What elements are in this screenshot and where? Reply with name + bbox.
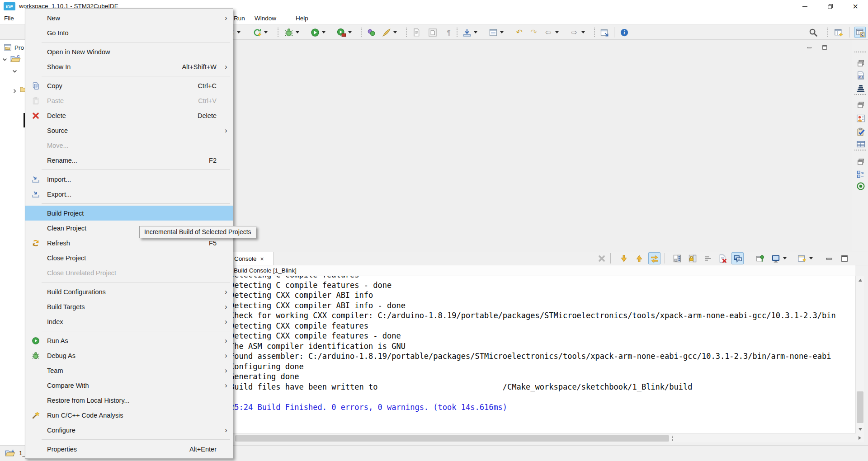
tasks-icon[interactable]	[855, 127, 866, 137]
binary-file-icon[interactable]: 010	[855, 70, 866, 81]
spheres-icon[interactable]	[365, 27, 377, 38]
editor-list-icon[interactable]	[487, 27, 499, 38]
restore-window-button[interactable]	[817, 0, 843, 13]
menu-file[interactable]: File	[4, 15, 14, 22]
project-explorer-tab-label[interactable]: Pro	[14, 44, 24, 51]
vertical-scrollbar[interactable]	[855, 276, 864, 433]
build-analyzer-icon[interactable]	[855, 83, 866, 94]
maximize-view-icon[interactable]	[820, 43, 829, 52]
chevron-down-icon[interactable]	[2, 56, 8, 62]
dropdown-caret-icon[interactable]	[555, 31, 559, 33]
menu-item-team[interactable]: Team›	[25, 363, 233, 378]
remove-launch-icon[interactable]	[716, 252, 728, 264]
project-folder-icon[interactable]: C	[10, 54, 21, 63]
menu-help[interactable]: Help	[296, 15, 308, 22]
down-arrow-bar-icon[interactable]	[461, 27, 472, 38]
show-error-in-editor-icon[interactable]	[648, 252, 660, 264]
menu-item-export[interactable]: Export...	[25, 187, 233, 202]
menu-item-close-unrelated-project[interactable]: Close Unrelated Project	[25, 265, 233, 280]
menu-item-index[interactable]: Index›	[25, 314, 233, 329]
menu-item-properties[interactable]: PropertiesAlt+Enter	[25, 442, 233, 456]
open-console-icon[interactable]	[796, 252, 808, 264]
search-icon[interactable]	[807, 27, 819, 38]
dropdown-caret-icon[interactable]	[393, 31, 397, 33]
chevron-down-icon[interactable]	[12, 68, 18, 74]
menu-item-rename[interactable]: Rename...F2	[25, 153, 233, 168]
menu-item-go-into[interactable]: Go Into	[25, 25, 233, 40]
dropdown-caret-icon[interactable]	[322, 31, 326, 33]
scroll-down-icon[interactable]	[856, 425, 864, 433]
document-frame-icon[interactable]	[427, 27, 438, 38]
scroll-lock-icon[interactable]	[686, 252, 698, 264]
menu-item-close-project[interactable]: Close Project	[25, 250, 233, 265]
menu-item-new[interactable]: New›	[25, 10, 233, 25]
menu-item-import[interactable]: Import...	[25, 172, 233, 187]
splitter-grip[interactable]	[672, 436, 673, 441]
close-icon[interactable]: ×	[260, 255, 264, 263]
dropdown-caret-icon[interactable]	[264, 31, 268, 33]
restore-views-icon[interactable]	[855, 99, 866, 110]
properties-view-icon[interactable]	[855, 139, 866, 150]
feather-icon[interactable]	[381, 27, 392, 38]
external-tools-icon[interactable]	[335, 27, 347, 38]
vertical-scrollbar-thumb[interactable]	[857, 391, 863, 423]
cpp-perspective-icon[interactable]: C	[854, 27, 866, 38]
stack-analyzer-icon[interactable]	[855, 113, 866, 124]
minimize-icon[interactable]	[823, 252, 835, 264]
run-icon[interactable]	[309, 27, 321, 38]
dropdown-caret-icon[interactable]	[237, 31, 241, 33]
minimize-view-icon[interactable]	[805, 43, 814, 52]
menu-item-configure[interactable]: Configure›	[25, 423, 233, 437]
menu-run[interactable]: Run	[234, 15, 245, 22]
chevron-right-icon[interactable]	[12, 88, 18, 94]
code-generation-icon[interactable]	[251, 27, 263, 38]
menu-item-delete[interactable]: DeleteDelete	[25, 108, 233, 123]
previous-error-icon[interactable]	[633, 252, 645, 264]
next-error-icon[interactable]	[618, 252, 630, 264]
scroll-up-icon[interactable]	[856, 276, 864, 284]
dropdown-caret-icon[interactable]	[474, 31, 477, 33]
pin-console-icon[interactable]	[731, 252, 744, 264]
menu-item-run-as[interactable]: Run As›	[25, 333, 233, 348]
menu-item-show-in[interactable]: Show InAlt+Shift+W›	[25, 59, 233, 74]
menu-item-copy[interactable]: CopyCtrl+C	[25, 78, 233, 93]
menu-item-build-project[interactable]: Build Project	[25, 206, 233, 221]
scroll-right-icon[interactable]	[855, 433, 864, 442]
forward-icon[interactable]: ⇨	[569, 27, 580, 38]
outline-icon[interactable]	[855, 169, 866, 180]
document-icon[interactable]	[410, 27, 422, 38]
menu-item-debug-as[interactable]: Debug As›	[25, 348, 233, 363]
terminate-icon[interactable]	[595, 252, 608, 264]
close-window-button[interactable]: ×	[843, 0, 868, 13]
horizontal-scrollbar[interactable]	[190, 433, 855, 442]
menu-item-paste[interactable]: PasteCtrl+V	[25, 93, 233, 108]
pin-editor-icon[interactable]	[599, 27, 610, 38]
maximize-icon[interactable]	[838, 252, 850, 264]
open-perspective-icon[interactable]	[833, 27, 844, 38]
dropdown-caret-icon[interactable]	[783, 257, 787, 259]
display-console-icon[interactable]	[769, 252, 782, 264]
restore-views-icon[interactable]	[855, 58, 866, 69]
target-icon[interactable]	[855, 181, 866, 192]
dropdown-caret-icon[interactable]	[809, 257, 813, 259]
menu-item-compare-with[interactable]: Compare With›	[25, 378, 233, 393]
clear-console-icon[interactable]	[702, 252, 714, 264]
dropdown-caret-icon[interactable]	[348, 31, 352, 33]
menu-item-restore-from-local-history[interactable]: Restore from Local History...	[25, 393, 233, 408]
pilcrow-icon[interactable]: ¶	[443, 27, 454, 38]
menu-item-move[interactable]: Move...	[25, 138, 233, 153]
horizontal-scrollbar-thumb[interactable]	[235, 435, 669, 442]
info-icon[interactable]: i	[618, 27, 630, 38]
menu-window[interactable]: Window	[255, 15, 276, 22]
dropdown-caret-icon[interactable]	[500, 31, 504, 33]
menu-item-run-c-c-code-analysis[interactable]: Run C/C++ Code Analysis	[25, 408, 233, 423]
restore-views-icon[interactable]	[855, 156, 866, 167]
console-panes-icon[interactable]	[671, 252, 683, 264]
back-icon[interactable]: ⇦	[542, 27, 554, 38]
menu-item-source[interactable]: Source›	[25, 123, 233, 138]
undo-icon[interactable]: ↶	[514, 27, 525, 38]
menu-item-build-targets[interactable]: Build Targets›	[25, 299, 233, 314]
redo-icon[interactable]: ↷	[528, 27, 539, 38]
dropdown-caret-icon[interactable]	[296, 31, 299, 33]
debug-icon[interactable]	[283, 27, 294, 38]
